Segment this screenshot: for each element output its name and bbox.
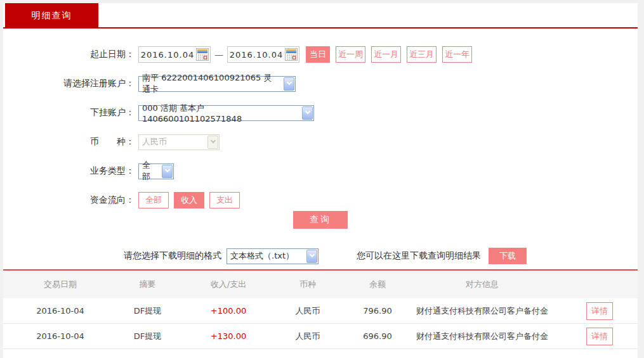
tab-detail-query[interactable]: 明细查询: [5, 3, 98, 29]
col-header-summary: 摘要: [102, 279, 194, 290]
download-format-label: 请您选择下载明细的格式: [124, 250, 221, 262]
cell-date: 2016-10-04: [19, 331, 102, 341]
business-type-value: 全部: [142, 160, 158, 182]
business-type-select[interactable]: 全部: [138, 163, 174, 179]
col-header-amount: 收入/支出: [194, 279, 263, 290]
business-type-label: 业务类型：: [3, 165, 138, 177]
start-date-input[interactable]: 2016.10.04: [138, 46, 211, 63]
currency-row: 币 种： 人民币: [3, 134, 638, 150]
cell-currency: 人民币: [263, 331, 352, 342]
content-panel: 明细查询 起止日期： 2016.10.04 —: [3, 3, 638, 358]
cell-counterparty: 财付通支付科技有限公司客户备付金: [403, 305, 562, 317]
chevron-down-icon: [162, 165, 173, 178]
cell-summary: DF提现: [102, 331, 194, 342]
quick-range-week[interactable]: 近一周: [336, 46, 365, 63]
col-header-counterparty: 对方信息: [403, 279, 562, 290]
sub-account-label: 下挂账户：: [3, 107, 138, 118]
fund-flow-row: 资金流向： 全部 收入 支出: [3, 192, 638, 208]
chevron-down-icon: [302, 106, 313, 120]
quick-range-quarter[interactable]: 近三月: [407, 46, 437, 63]
col-header-currency: 币种: [263, 279, 352, 290]
registered-account-row: 请选择注册账户： 南平 6222001406100921065 灵通卡: [3, 75, 638, 92]
chevron-down-icon: [284, 77, 294, 91]
cell-currency: 人民币: [263, 305, 352, 317]
fund-flow-expense[interactable]: 支出: [209, 192, 240, 208]
download-hint: 您可以在这里下载查询明细结果: [357, 250, 481, 262]
sub-account-row: 下挂账户： 000 活期 基本户 1406600101102571848: [3, 105, 638, 121]
col-header-date: 交易日期: [19, 279, 102, 290]
cell-amount: +100.00: [194, 306, 263, 316]
business-type-row: 业务类型： 全部: [3, 163, 638, 179]
currency-select: 人民币: [138, 134, 220, 150]
tab-bar: 明细查询: [3, 3, 638, 29]
calendar-icon[interactable]: [196, 48, 209, 61]
download-button[interactable]: 下载: [489, 248, 527, 264]
quick-range-month[interactable]: 近一月: [371, 46, 401, 63]
cell-balance: 696.90: [352, 331, 403, 341]
download-row: 请您选择下载明细的格式 文本格式（.txt） 您可以在这里下载查询明细结果 下载: [3, 248, 638, 264]
currency-label: 币 种：: [3, 136, 138, 148]
registered-account-select[interactable]: 南平 6222001406100921065 灵通卡: [138, 76, 296, 92]
cell-balance: 796.90: [352, 306, 403, 316]
fund-flow-income[interactable]: 收入: [174, 192, 204, 208]
detail-button[interactable]: 详情: [586, 328, 613, 345]
cell-date: 2016-10-04: [19, 306, 102, 316]
table-row: 2016-10-04 DF提现 +130.00 人民币 696.90 财付通支付…: [3, 324, 638, 349]
fund-flow-label: 资金流向：: [3, 195, 138, 206]
registered-account-label: 请选择注册账户：: [3, 78, 138, 89]
download-format-select[interactable]: 文本格式（.txt）: [227, 248, 319, 264]
sub-account-select[interactable]: 000 活期 基本户 1406600101102571848: [138, 105, 314, 121]
query-form: 起止日期： 2016.10.04 — 2016.10.04: [3, 29, 638, 264]
detail-button[interactable]: 详情: [586, 302, 613, 320]
table-row: 2016-10-04 DF提现 +100.00 人民币 796.90 财付通支付…: [3, 298, 638, 324]
registered-account-value: 南平 6222001406100921065 灵通卡: [142, 72, 280, 95]
download-format-value: 文本格式（.txt）: [230, 250, 294, 262]
fund-flow-all[interactable]: 全部: [138, 192, 169, 208]
chevron-down-icon: [306, 250, 317, 263]
calendar-icon[interactable]: [285, 48, 298, 61]
cell-amount: +130.00: [194, 331, 263, 341]
date-range-label: 起止日期：: [3, 49, 138, 60]
end-date-value: 2016.10.04: [228, 50, 285, 60]
cell-summary: DF提现: [102, 305, 194, 317]
start-date-value: 2016.10.04: [139, 50, 196, 60]
col-header-balance: 余额: [352, 279, 403, 290]
sub-account-value: 000 活期 基本户 1406600101102571848: [142, 103, 298, 124]
date-range-row: 起止日期： 2016.10.04 — 2016.10.04: [3, 46, 638, 63]
cell-counterparty: 财付通支付科技有限公司客户备付金: [403, 331, 562, 342]
date-range-separator: —: [214, 49, 223, 60]
end-date-input[interactable]: 2016.10.04: [227, 46, 299, 63]
quick-range-today[interactable]: 当日: [306, 46, 330, 63]
query-button[interactable]: 查询: [293, 211, 348, 229]
results-table: 交易日期 摘要 收入/支出 币种 余额 对方信息 2016-10-04 DF提现…: [3, 269, 638, 349]
chevron-down-icon: [207, 136, 218, 149]
quick-range-year[interactable]: 近一年: [442, 46, 472, 63]
currency-value: 人民币: [142, 136, 167, 148]
table-header-row: 交易日期 摘要 收入/支出 币种 余额 对方信息: [3, 271, 638, 298]
